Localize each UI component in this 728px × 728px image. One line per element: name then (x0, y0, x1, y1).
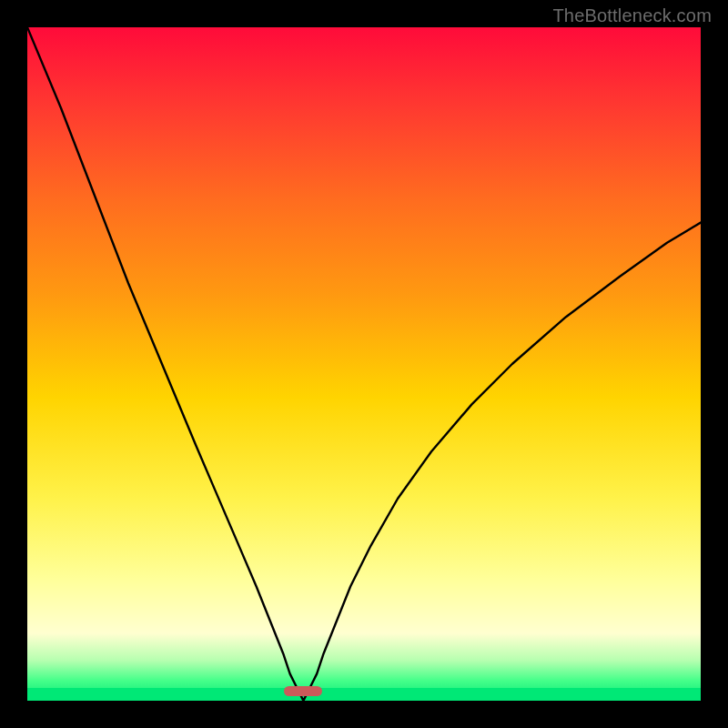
bottleneck-curve (27, 27, 701, 701)
watermark-text: TheBottleneck.com (552, 5, 712, 26)
chart-plot-area (27, 27, 701, 701)
optimum-indicator (284, 686, 322, 696)
